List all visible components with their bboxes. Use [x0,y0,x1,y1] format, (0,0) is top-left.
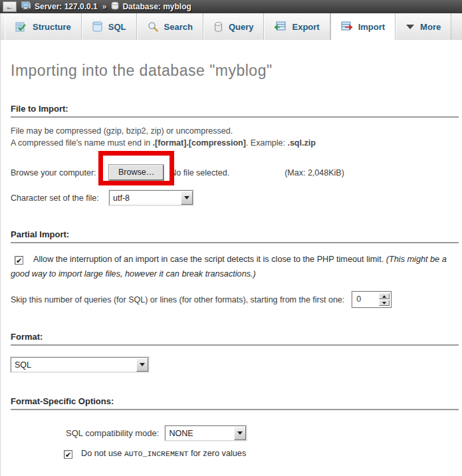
auto-increment-label: Do not use AUTO_INCREMENT for zero value… [81,449,246,458]
allow-interruption-checkbox[interactable]: ✔ [15,256,23,265]
tabbar-filler [451,13,462,40]
tab-import[interactable]: Import [330,13,396,40]
tab-export-label: Export [292,22,319,32]
skip-queries-spinner[interactable]: 0 [352,291,392,308]
breadcrumb-server-label: Server: 127.0.0.1 [35,2,98,11]
format-select[interactable]: SQL [11,357,149,372]
skip-queries-label: Skip this number of queries (for SQL) or… [11,295,344,304]
tab-sql[interactable]: SQL [82,13,137,40]
skip-queries-row: Skip this number of queries (for SQL) or… [11,291,461,308]
sql-compat-select-value: NONE [166,426,234,440]
tab-structure-label: Structure [33,22,71,32]
server-icon [21,1,31,12]
compression-hint: File may be compressed (gzip, bzip2, zip… [11,125,461,149]
format-select-value: SQL [11,358,136,372]
tab-query-label: Query [229,22,254,32]
section-heading-format-options: Format-Specific Options: [11,396,459,410]
tab-import-label: Import [358,22,385,32]
breadcrumb-separator: » [102,2,107,11]
search-icon [148,21,158,32]
main-frame: Structure SQL Search Query Export [0,13,462,476]
tab-more-label: More [420,22,441,32]
tab-sql-label: SQL [108,22,126,32]
charset-select-value: utf-8 [110,191,181,205]
charset-select-arrow-icon[interactable] [181,191,193,205]
spinner-up-icon[interactable] [379,293,390,299]
spinner-buttons [379,293,390,306]
export-icon [275,21,286,32]
back-button[interactable]: ← [3,1,17,12]
charset-select[interactable]: utf-8 [109,190,193,205]
page-title: Importing into the database "myblog" [11,62,461,80]
breadcrumb-database-label: Database: myblog [122,2,191,11]
auto-increment-checkbox[interactable]: ✔ [64,450,72,459]
sql-compat-select-arrow-icon[interactable] [234,426,246,440]
database-icon [111,1,119,12]
spinner-down-icon[interactable] [379,300,390,306]
section-heading-file-to-import: File to Import: [11,104,459,118]
allow-interruption-label: Allow the interruption of an import in c… [33,255,384,264]
tab-query[interactable]: Query [203,13,265,40]
browse-label: Browse your computer: [11,168,109,178]
sql-compat-label: SQL compatibility mode: [66,428,159,438]
section-heading-partial-import: Partial Import: [11,229,459,243]
no-file-selected-text: No file selected. [170,168,285,178]
compression-hint-line1: File may be compressed (gzip, bzip2, zip… [11,126,233,136]
browse-row: Browse your computer: Browse… No file se… [11,165,461,180]
back-arrow-icon: ← [6,2,14,11]
skip-queries-value[interactable]: 0 [354,293,379,306]
structure-icon [15,22,27,32]
import-icon [341,21,352,32]
browse-button[interactable]: Browse… [109,165,164,180]
sql-icon [92,21,102,32]
import-page: Importing into the database "myblog" Fil… [1,62,462,476]
query-icon [214,22,223,32]
tab-structure[interactable]: Structure [5,13,82,40]
auto-increment-row: ✔Do not use AUTO_INCREMENT for zero valu… [64,449,461,459]
tab-export[interactable]: Export [264,13,330,40]
sql-compat-select[interactable]: NONE [165,425,247,441]
compression-hint-line2: A compressed file's name must end in .[f… [11,138,316,148]
charset-label: Character set of the file: [11,193,109,203]
tab-bar: Structure SQL Search Query Export [1,13,462,40]
tab-more[interactable]: More [396,13,451,40]
charset-row: Character set of the file: utf-8 [11,190,461,205]
breadcrumb-server[interactable]: Server: 127.0.0.1 [21,1,98,12]
breadcrumb-database[interactable]: Database: myblog [111,1,191,12]
chevron-down-icon [406,25,414,29]
sql-compat-row: SQL compatibility mode: NONE [66,425,461,441]
tab-search[interactable]: Search [137,13,203,40]
breadcrumb-bar: ← Server: 127.0.0.1 » Database: myblog [0,0,462,13]
max-size-note: (Max: 2,048KiB) [285,168,344,178]
format-select-arrow-icon[interactable] [136,358,148,372]
tab-search-label: Search [164,22,193,32]
allow-interruption-row: ✔Allow the interruption of an import in … [11,252,458,281]
section-heading-format: Format: [11,332,459,346]
